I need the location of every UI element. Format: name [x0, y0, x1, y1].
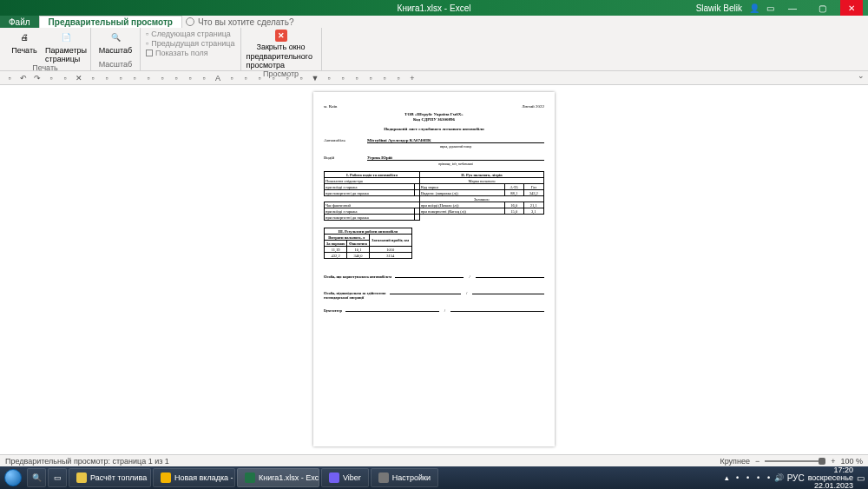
checkbox-icon: [146, 50, 153, 56]
page-icon: ▫: [146, 30, 148, 38]
zoom-level[interactable]: 100 %: [840, 457, 863, 466]
taskbar-item[interactable]: Настройки: [371, 468, 438, 487]
quick-access-toolbar: ▫ ↶ ↷ ▫ ▫ ✕ ▫ ▫ ▫ ▫ ▫ ▫ ▫ ▫ ▫ A ▫ ▫ ▫ ▫ …: [0, 71, 868, 85]
status-bar: Предварительный просмотр: страница 1 из …: [0, 454, 868, 466]
collapse-ribbon-button[interactable]: ⌄: [858, 71, 865, 80]
company-name: ТОВ «Штрубе Україна ГмбХ»: [324, 112, 544, 116]
driver-label: Водій: [324, 155, 367, 160]
zoom-button[interactable]: 🔍 Масштаб: [96, 30, 135, 55]
qat-icon[interactable]: ▫: [227, 74, 236, 83]
tray-clock[interactable]: 17:20 воскресенье 22.01.2023: [808, 466, 853, 490]
close-button[interactable]: ✕: [840, 0, 863, 16]
qat-undo-icon[interactable]: ↶: [19, 74, 28, 83]
qat-icon[interactable]: ▫: [89, 74, 97, 83]
bulb-icon: [186, 17, 194, 26]
next-page-button: ▫Следующая страница: [146, 30, 235, 38]
zoom-larger-label[interactable]: Крупнее: [720, 457, 750, 466]
tray-icon[interactable]: ▴: [723, 473, 732, 482]
qat-icon[interactable]: ▫: [380, 74, 389, 83]
qat-icon[interactable]: ▫: [47, 74, 56, 83]
qat-icon[interactable]: ▫: [158, 74, 167, 83]
qat-icon[interactable]: ▫: [116, 74, 125, 83]
driver-value: Угрюк Юрій: [367, 155, 544, 161]
qat-icon[interactable]: +: [408, 74, 417, 83]
tray-notification-icon[interactable]: ▭: [857, 473, 865, 483]
qat-icon[interactable]: ▫: [283, 74, 292, 83]
qat-icon[interactable]: ▫: [61, 74, 69, 83]
taskbar-item[interactable]: Расчёт топлива: [69, 468, 151, 487]
qat-redo-icon[interactable]: ↷: [33, 74, 42, 83]
tray-lang[interactable]: РУС: [787, 473, 805, 483]
page-icon: ▫: [146, 39, 148, 48]
qat-icon[interactable]: ▫: [352, 74, 361, 83]
close-preview-button[interactable]: ✕ Закрыть окно предварительного просмотр…: [247, 30, 316, 69]
search-button[interactable]: 🔍: [27, 468, 46, 487]
qat-filter-icon[interactable]: ▼: [311, 74, 319, 83]
qat-icon[interactable]: ▫: [394, 74, 403, 83]
taskbar-item[interactable]: Viber: [321, 468, 369, 487]
preview-area: м. Київ Лютий 2022 ТОВ «Штрубе Україна Г…: [0, 85, 868, 454]
taskbar-item[interactable]: Книга1.xlsx - Excel: [237, 468, 319, 487]
qat-icon[interactable]: ▫: [172, 74, 181, 83]
window-icon[interactable]: ▭: [766, 3, 774, 13]
close-icon: ✕: [275, 30, 287, 42]
taskbar-item[interactable]: Новая вкладка - Go...: [153, 468, 235, 487]
tray-icon[interactable]: •: [733, 473, 742, 482]
zoom-in-button[interactable]: +: [831, 457, 835, 466]
tray-icon[interactable]: •: [744, 473, 753, 482]
user-avatar[interactable]: 👤: [749, 3, 760, 13]
qat-icon[interactable]: ▫: [255, 74, 264, 83]
qat-icon[interactable]: ▫: [130, 74, 139, 83]
qat-icon[interactable]: ▫: [366, 74, 375, 83]
zoom-icon: 🔍: [108, 30, 123, 45]
car-label: Автомобіль: [324, 138, 367, 142]
tray-icon[interactable]: •: [765, 473, 773, 482]
user-name[interactable]: Slawik Belik: [696, 3, 742, 13]
app-title: Книга1.xlsx - Excel: [398, 3, 471, 13]
qat-save-icon[interactable]: ▫: [5, 74, 14, 83]
tray-icon[interactable]: 🔊: [775, 473, 784, 482]
explorer-button[interactable]: ▭: [48, 468, 67, 487]
status-page-info: Предварительный просмотр: страница 1 из …: [5, 457, 169, 466]
document-page: м. Київ Лютий 2022 ТОВ «Штрубе Україна Г…: [313, 92, 555, 446]
ribbon-tabs: Файл Предварительный просмотр Что вы хот…: [0, 16, 868, 28]
qat-icon[interactable]: ▫: [339, 74, 347, 83]
system-tray: ▴ • • • • 🔊 РУС 17:20 воскресенье 22.01.…: [723, 466, 868, 490]
page-setup-button[interactable]: 📄 Параметры страницы: [47, 30, 85, 63]
page-setup-icon: 📄: [58, 30, 74, 45]
qat-icon[interactable]: ▫: [269, 74, 278, 83]
maximize-button[interactable]: ▢: [811, 0, 833, 16]
car-value: Мітсубіші Аутлендер КА0740НК: [367, 138, 544, 143]
printer-icon: 🖨: [16, 30, 32, 45]
city-label: м. Київ: [324, 104, 337, 109]
show-margins-checkbox[interactable]: Показать поля: [146, 49, 235, 57]
taskbar: 🔍 ▭ Расчёт топлива Новая вкладка - Go...…: [0, 466, 868, 489]
print-button[interactable]: 🖨 Печать: [5, 30, 43, 55]
table-main: І. Робота водія та автомобіляІІ. Рух пал…: [324, 171, 544, 221]
qat-icon[interactable]: ▫: [186, 74, 194, 83]
tab-file[interactable]: Файл: [0, 16, 39, 28]
doc-title: Подорожній лист службового легкового авт…: [324, 127, 544, 131]
group-zoom-label: Масштаб: [96, 60, 135, 69]
table-results: ІІІ. Результати роботи автомобіля Витрат…: [324, 228, 412, 259]
qat-icon[interactable]: ✕: [75, 74, 83, 83]
qat-icon[interactable]: ▫: [144, 74, 153, 83]
title-bar: Книга1.xlsx - Excel Slawik Belik 👤 ▭ — ▢…: [0, 0, 868, 16]
company-code: Код ЄДРПУ 36300896: [324, 117, 544, 122]
month-label: Лютий 2022: [522, 104, 544, 109]
minimize-button[interactable]: —: [781, 0, 804, 16]
qat-icon[interactable]: ▫: [102, 74, 111, 83]
qat-icon[interactable]: ▫: [241, 74, 250, 83]
tray-icon[interactable]: •: [754, 473, 763, 482]
tellme-search[interactable]: Что вы хотите сделать?: [186, 17, 294, 27]
ribbon: 🖨 Печать 📄 Параметры страницы Печать 🔍 М…: [0, 28, 868, 71]
tellme-label: Что вы хотите сделать?: [198, 17, 294, 27]
zoom-slider[interactable]: [765, 460, 825, 462]
qat-icon[interactable]: ▫: [297, 74, 306, 83]
tab-print-preview[interactable]: Предварительный просмотр: [39, 16, 182, 28]
qat-icon[interactable]: A: [214, 74, 222, 83]
qat-icon[interactable]: ▫: [325, 74, 333, 83]
qat-icon[interactable]: ▫: [200, 74, 208, 83]
zoom-out-button[interactable]: −: [755, 457, 760, 466]
start-button[interactable]: [0, 466, 26, 489]
